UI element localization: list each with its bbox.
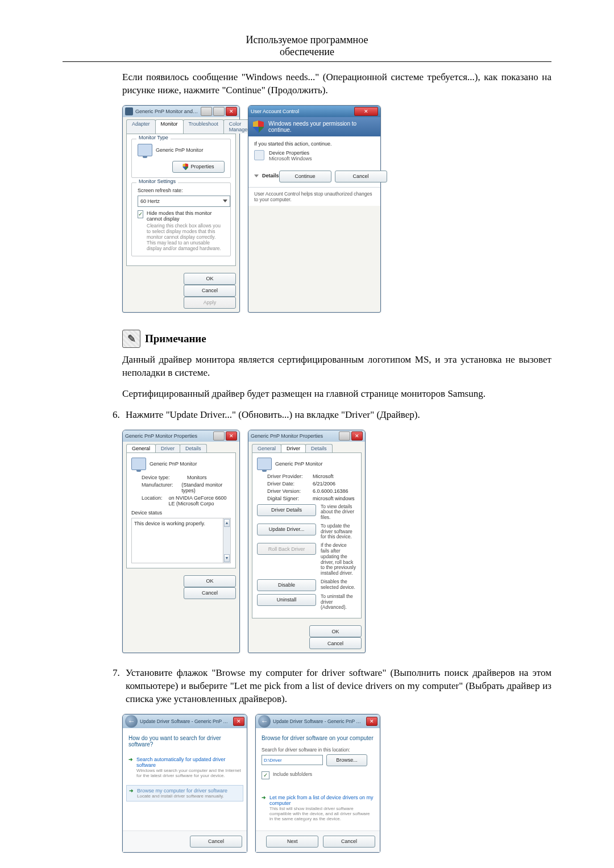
drv-desc: If the device fails after updating the d… bbox=[321, 543, 356, 576]
cancel-button[interactable]: Cancel bbox=[309, 637, 362, 649]
close-icon[interactable] bbox=[226, 107, 237, 116]
kv-val: (Standard monitor types) bbox=[181, 482, 231, 493]
note-p2: Сертифицированный драйвер будет размещен… bbox=[122, 388, 551, 401]
properties-button[interactable]: Properties bbox=[172, 161, 225, 173]
scrollbar[interactable]: ▴ ▾ bbox=[223, 518, 230, 563]
properties-button-label: Properties bbox=[190, 164, 214, 169]
kv-key: Driver Date: bbox=[267, 481, 313, 487]
uac-banner-text: Windows needs your permission to continu… bbox=[268, 121, 376, 133]
tabs: Adapter Monitor Troubleshoot Color Manag… bbox=[123, 117, 239, 134]
location-value: D:\Driver bbox=[264, 758, 282, 763]
tab-adapter[interactable]: Adapter bbox=[126, 119, 156, 134]
close-icon[interactable] bbox=[354, 107, 378, 116]
dialog-title: Generic PnP Monitor and NVIDIA GeForce 6… bbox=[135, 109, 198, 114]
monitor-icon bbox=[138, 144, 152, 156]
details-label[interactable]: Details bbox=[262, 173, 279, 178]
device-status-label: Device status bbox=[131, 510, 231, 516]
next-button[interactable]: Next bbox=[266, 836, 318, 848]
monitor-name: Generic PnP Monitor bbox=[156, 147, 203, 153]
option-browse-computer[interactable]: ➜ Browse my computer for driver software… bbox=[126, 785, 243, 801]
cancel-button[interactable]: Cancel bbox=[323, 836, 375, 848]
uac-title: User Account Control bbox=[251, 109, 352, 114]
kv-val: on NVIDIA GeForce 6600 LE (Microsoft Cor… bbox=[168, 495, 231, 506]
apply-button[interactable]: Apply bbox=[184, 297, 236, 309]
option-main: Search automatically for updated driver … bbox=[136, 757, 241, 768]
uac-started-text: If you started this action, continue. bbox=[254, 141, 375, 147]
device-properties-icon bbox=[254, 150, 264, 160]
kv-val: 6.0.6000.16386 bbox=[313, 488, 349, 494]
kv-key: Location: bbox=[142, 495, 168, 506]
tab-general[interactable]: General bbox=[252, 444, 281, 452]
drv-desc: To update the driver software for this d… bbox=[321, 524, 356, 540]
figure-row-2: Generic PnP Monitor Properties General D… bbox=[122, 430, 551, 653]
help-icon[interactable] bbox=[339, 431, 350, 441]
figure-row-1: Generic PnP Monitor and NVIDIA GeForce 6… bbox=[122, 105, 551, 313]
location-input[interactable]: D:\Driver bbox=[262, 755, 323, 765]
dialog-titlebar[interactable]: Generic PnP Monitor and NVIDIA GeForce 6… bbox=[123, 106, 239, 117]
update-driver-button[interactable]: Update Driver... bbox=[257, 524, 316, 535]
device-name: Generic PnP Monitor bbox=[275, 461, 322, 467]
uninstall-button[interactable]: Uninstall bbox=[257, 594, 316, 606]
dialog-titlebar[interactable]: Generic PnP Monitor Properties bbox=[123, 430, 239, 442]
option-auto-search[interactable]: ➜ Search automatically for updated drive… bbox=[128, 757, 241, 778]
tab-details[interactable]: Details bbox=[180, 444, 207, 452]
tab-monitor[interactable]: Monitor bbox=[155, 119, 184, 134]
cancel-button[interactable]: Cancel bbox=[335, 171, 387, 182]
device-status-text: This device is working properly. bbox=[134, 521, 205, 526]
continue-button[interactable]: Continue bbox=[279, 171, 331, 182]
tab-general[interactable]: General bbox=[126, 444, 156, 452]
group-monitor-settings: Monitor Settings Screen refresh rate: 60… bbox=[131, 182, 231, 256]
chevron-down-icon[interactable] bbox=[254, 175, 259, 177]
scroll-up-icon[interactable]: ▴ bbox=[224, 519, 230, 527]
close-icon[interactable] bbox=[366, 717, 377, 726]
disable-button[interactable]: Disable bbox=[257, 579, 316, 591]
cancel-button[interactable]: Cancel bbox=[184, 587, 236, 599]
refresh-rate-select[interactable]: 60 Hertz bbox=[138, 196, 230, 207]
arrow-icon: ➜ bbox=[129, 788, 134, 799]
figure-row-3: ← Update Driver Software - Generic PnP M… bbox=[122, 714, 551, 853]
drv-desc: Disables the selected device. bbox=[321, 579, 356, 591]
back-icon[interactable]: ← bbox=[258, 715, 271, 728]
steps-list-2: Установите флажок "Browse my computer fo… bbox=[102, 667, 551, 706]
cancel-button[interactable]: Cancel bbox=[184, 285, 236, 297]
monitor-icon bbox=[257, 458, 272, 470]
tab-driver[interactable]: Driver bbox=[281, 444, 306, 452]
kv-val: Monitors bbox=[187, 475, 207, 480]
scroll-down-icon[interactable]: ▾ bbox=[224, 554, 230, 562]
cancel-button[interactable]: Cancel bbox=[190, 836, 242, 848]
ok-button[interactable]: OK bbox=[184, 575, 236, 587]
hide-modes-checkbox[interactable]: ✓ bbox=[138, 210, 143, 218]
wizard-titlebar[interactable]: ← Update Driver Software - Generic PnP M… bbox=[123, 715, 247, 728]
close-icon[interactable] bbox=[226, 431, 237, 441]
rollback-driver-button[interactable]: Roll Back Driver bbox=[257, 543, 316, 555]
ok-button[interactable]: OK bbox=[309, 625, 362, 637]
chevron-down-icon bbox=[223, 200, 227, 202]
monitor-settings-dialog: Generic PnP Monitor and NVIDIA GeForce 6… bbox=[122, 105, 240, 313]
tab-details[interactable]: Details bbox=[305, 444, 333, 452]
wizard-titlebar[interactable]: ← Update Driver Software - Generic PnP M… bbox=[256, 715, 380, 728]
device-name: Generic PnP Monitor bbox=[150, 461, 197, 467]
tab-driver[interactable]: Driver bbox=[155, 444, 180, 452]
ok-button[interactable]: OK bbox=[184, 273, 236, 285]
wizard-heading: How do you want to search for driver sof… bbox=[128, 735, 241, 747]
location-label: Search for driver software in this locat… bbox=[262, 747, 374, 753]
driver-details-button[interactable]: Driver Details bbox=[257, 504, 316, 516]
note-heading: Примечание bbox=[122, 330, 551, 348]
browse-button[interactable]: Browse... bbox=[326, 754, 367, 766]
driver-properties-driver: Generic PnP Monitor Properties General D… bbox=[248, 430, 366, 653]
minimize-icon[interactable] bbox=[201, 107, 212, 116]
dialog-titlebar[interactable]: Generic PnP Monitor Properties bbox=[248, 430, 365, 442]
maximize-icon[interactable] bbox=[213, 107, 225, 116]
option-let-me-pick[interactable]: ➜ Let me pick from a list of device driv… bbox=[262, 795, 374, 821]
uac-titlebar[interactable]: User Account Control bbox=[248, 106, 380, 117]
help-icon[interactable] bbox=[213, 431, 225, 441]
include-subfolders-checkbox[interactable]: ✓ bbox=[262, 771, 269, 779]
tab-troubleshoot[interactable]: Troubleshoot bbox=[183, 119, 224, 134]
kv-key: Manufacturer: bbox=[142, 482, 181, 493]
close-icon[interactable] bbox=[351, 431, 363, 441]
dialog-title: Generic PnP Monitor Properties bbox=[125, 433, 211, 439]
kv-val: microsoft windows bbox=[313, 496, 355, 501]
back-icon[interactable]: ← bbox=[125, 715, 138, 728]
close-icon[interactable] bbox=[233, 717, 244, 726]
header-line1: Используемое программное bbox=[246, 34, 368, 45]
